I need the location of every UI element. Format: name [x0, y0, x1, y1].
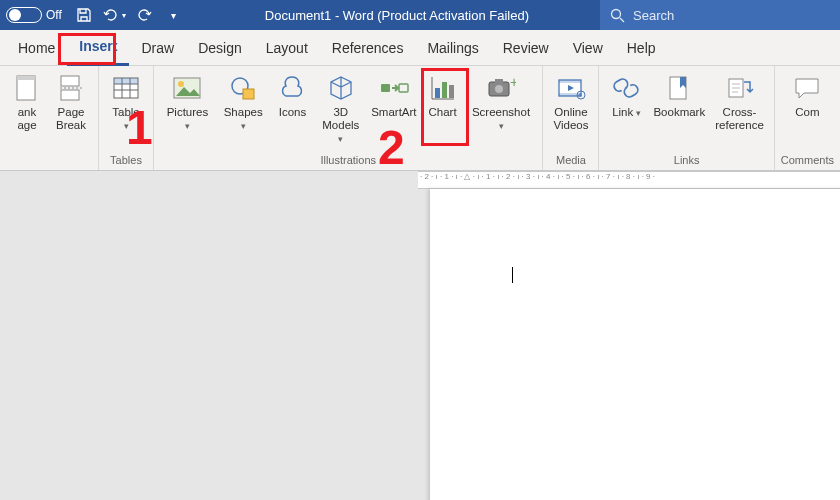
search-icon	[610, 8, 625, 23]
group-media: Online Videos Media	[543, 66, 599, 170]
search-placeholder: Search	[633, 8, 674, 23]
chevron-down-icon: ▾	[171, 10, 176, 21]
shapes-button[interactable]: Shapes	[217, 68, 270, 150]
tab-insert[interactable]: Insert	[67, 30, 129, 66]
annotation-1: 1	[126, 100, 153, 155]
tab-design[interactable]: Design	[186, 30, 254, 66]
tab-layout[interactable]: Layout	[254, 30, 320, 66]
screenshot-button[interactable]: + Screenshot	[466, 68, 537, 150]
undo-icon	[102, 7, 120, 23]
svg-rect-17	[381, 84, 390, 92]
tab-help[interactable]: Help	[615, 30, 668, 66]
chart-button[interactable]: Chart	[422, 68, 464, 150]
title-bar: Off ▾ ▾ Document1 - Word (Product Activa…	[0, 0, 840, 30]
svg-rect-26	[495, 79, 503, 83]
svg-point-25	[495, 85, 503, 93]
tab-view[interactable]: View	[561, 30, 615, 66]
document-page[interactable]	[430, 189, 840, 500]
tab-home[interactable]: Home	[6, 30, 67, 66]
cube-icon	[327, 74, 355, 102]
pictures-icon	[172, 75, 202, 101]
blank-page-button[interactable]: ank age	[6, 68, 48, 150]
qat-customize-button[interactable]: ▾	[160, 3, 188, 27]
svg-rect-22	[442, 82, 447, 98]
svg-rect-12	[114, 78, 138, 84]
autosave-label: Off	[46, 8, 62, 22]
bookmark-icon	[666, 74, 692, 102]
toggle-switch-icon	[6, 7, 42, 23]
bookmark-button[interactable]: Bookmark	[649, 68, 709, 150]
svg-text:+: +	[510, 75, 516, 90]
horizontal-ruler[interactable]: · 2 · ı · 1 · ı · △ · ı · 1 · ı · 2 · ı …	[418, 171, 840, 189]
svg-point-0	[612, 9, 621, 18]
group-links: Link Bookmark Cross- reference Links	[599, 66, 774, 170]
chart-icon	[429, 74, 457, 102]
smartart-icon	[379, 75, 409, 101]
text-cursor	[512, 267, 513, 283]
svg-rect-5	[61, 90, 79, 100]
save-button[interactable]	[70, 3, 98, 27]
svg-rect-21	[435, 88, 440, 98]
tab-mailings[interactable]: Mailings	[415, 30, 490, 66]
online-videos-button[interactable]: Online Videos	[549, 68, 592, 150]
window-title: Document1 - Word (Product Activation Fai…	[194, 8, 600, 23]
table-icon	[112, 74, 140, 102]
comment-icon	[793, 75, 821, 101]
icons-button[interactable]: Icons	[271, 68, 313, 150]
cross-reference-button[interactable]: Cross- reference	[711, 68, 768, 150]
svg-rect-3	[17, 76, 35, 80]
pictures-button[interactable]: Pictures	[160, 68, 215, 150]
svg-rect-16	[243, 89, 254, 99]
page-break-button[interactable]: Page Break	[50, 68, 92, 150]
link-icon	[611, 76, 641, 100]
group-pages: ank age Page Break	[0, 66, 99, 170]
quick-access-toolbar: Off ▾ ▾	[0, 3, 194, 27]
group-illustrations: Pictures Shapes Icons 3D Models SmartArt…	[154, 66, 543, 170]
ribbon-tabs: Home Insert Draw Design Layout Reference…	[0, 30, 840, 66]
annotation-2: 2	[378, 120, 405, 175]
tab-review[interactable]: Review	[491, 30, 561, 66]
tab-references[interactable]: References	[320, 30, 416, 66]
svg-line-1	[620, 18, 624, 22]
svg-rect-4	[61, 76, 79, 86]
link-button[interactable]: Link	[605, 68, 647, 150]
screenshot-icon: +	[486, 75, 516, 101]
redo-button[interactable]	[130, 3, 158, 27]
redo-icon	[136, 7, 152, 23]
icons-icon	[278, 74, 306, 102]
video-icon	[556, 75, 586, 101]
autosave-toggle[interactable]: Off	[6, 7, 62, 23]
tab-draw[interactable]: Draw	[129, 30, 186, 66]
shapes-icon	[229, 74, 257, 102]
cross-reference-icon	[726, 74, 754, 102]
save-icon	[76, 7, 92, 23]
blank-page-icon	[14, 74, 40, 102]
svg-rect-23	[449, 85, 454, 98]
svg-rect-18	[399, 84, 408, 92]
search-box[interactable]: Search	[600, 0, 840, 30]
undo-button[interactable]: ▾	[100, 3, 128, 27]
page-break-icon	[58, 74, 84, 102]
svg-rect-29	[559, 80, 581, 83]
svg-point-14	[178, 81, 184, 87]
chevron-down-icon: ▾	[122, 11, 126, 20]
group-comments: Com Comments	[775, 66, 840, 170]
3d-models-button[interactable]: 3D Models	[315, 68, 366, 150]
comment-button[interactable]: Com	[787, 68, 827, 150]
